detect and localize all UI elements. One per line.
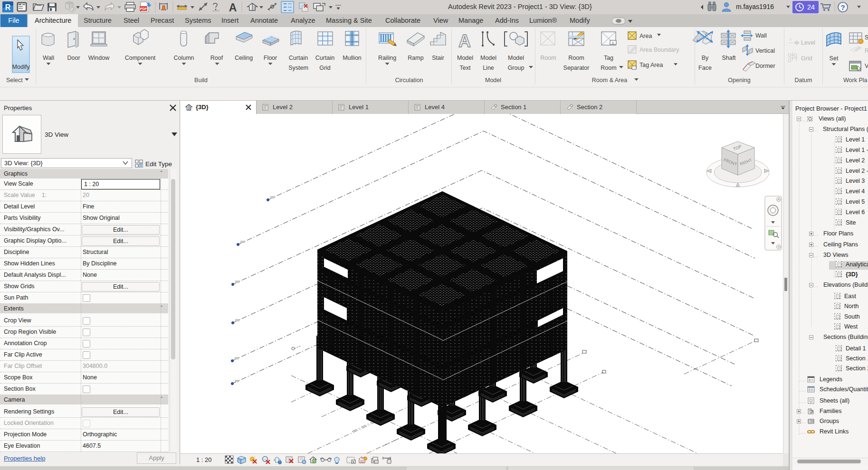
svg-text:Curtain: Curtain xyxy=(315,55,334,61)
svg-text:Shaft: Shaft xyxy=(722,55,736,61)
svg-text:Vertical: Vertical xyxy=(755,47,775,54)
svg-text:Dormer: Dormer xyxy=(755,63,775,69)
svg-text:Grid: Grid xyxy=(801,55,812,62)
svg-text:Group: Group xyxy=(508,65,525,71)
svg-text:Room: Room xyxy=(568,55,584,61)
svg-text:m.fayas1916: m.fayas1916 xyxy=(736,3,774,10)
svg-text:Opening: Opening xyxy=(728,77,750,84)
svg-text:Vi: Vi xyxy=(865,63,868,69)
svg-text:Re: Re xyxy=(865,47,868,54)
svg-text:Tag: Tag xyxy=(604,55,613,61)
svg-text:Ramp: Ramp xyxy=(408,55,423,61)
svg-text:Window: Window xyxy=(88,55,110,61)
svg-text:Circulation: Circulation xyxy=(395,77,423,84)
svg-text:Wall: Wall xyxy=(43,55,54,61)
svg-text:Tag Area: Tag Area xyxy=(639,62,663,68)
svg-text:Stair: Stair xyxy=(432,55,444,61)
svg-text:R: R xyxy=(5,3,11,11)
svg-text:Component: Component xyxy=(125,55,156,61)
svg-text:Railing: Railing xyxy=(378,55,396,61)
svg-text:Model: Model xyxy=(457,55,473,61)
svg-text:1: 1 xyxy=(790,37,792,41)
svg-text:A: A xyxy=(229,1,237,14)
svg-text:Select: Select xyxy=(6,77,23,84)
svg-text:Face: Face xyxy=(698,65,712,71)
svg-text:Area Boundary: Area Boundary xyxy=(639,47,679,53)
svg-text:Work Pla: Work Pla xyxy=(843,77,868,84)
svg-text:Door: Door xyxy=(67,55,80,61)
svg-text:Room & Area: Room & Area xyxy=(592,77,627,84)
svg-text:Column: Column xyxy=(173,55,194,61)
svg-text:By: By xyxy=(702,55,709,61)
svg-text:PDF: PDF xyxy=(140,7,147,11)
svg-text:Model: Model xyxy=(508,55,524,61)
svg-text:Build: Build xyxy=(194,77,208,84)
svg-text:Room: Room xyxy=(601,65,616,71)
svg-text:24: 24 xyxy=(807,3,815,11)
svg-text:Line: Line xyxy=(483,65,494,71)
svg-text:Room: Room xyxy=(540,55,556,61)
svg-text:A: A xyxy=(458,31,471,51)
svg-text:Floor: Floor xyxy=(264,55,277,61)
svg-text:Text: Text xyxy=(460,65,471,71)
svg-text:Curtain: Curtain xyxy=(289,55,308,61)
svg-text:Level: Level xyxy=(801,39,815,46)
svg-text:Sh: Sh xyxy=(865,34,868,41)
svg-text:Grid: Grid xyxy=(319,65,331,71)
svg-text:Separator: Separator xyxy=(563,65,590,71)
svg-text:Set: Set xyxy=(830,55,839,62)
svg-text:Mullion: Mullion xyxy=(343,55,362,61)
svg-text:?: ? xyxy=(840,3,845,11)
svg-text:Roof: Roof xyxy=(210,55,223,61)
svg-text:Autodesk Revit 2023 - Project1: Autodesk Revit 2023 - Project1 - 3D View… xyxy=(448,3,592,10)
svg-text:Model: Model xyxy=(485,77,501,84)
svg-text:Modify: Modify xyxy=(12,64,30,70)
svg-text:Wall: Wall xyxy=(755,32,767,39)
svg-text:Model: Model xyxy=(480,55,496,61)
svg-text:System: System xyxy=(288,65,308,71)
svg-text:1: 1 xyxy=(612,41,614,45)
svg-text:Ceiling: Ceiling xyxy=(235,55,253,61)
svg-text:Area: Area xyxy=(639,33,652,39)
svg-text:Datum: Datum xyxy=(795,77,812,84)
